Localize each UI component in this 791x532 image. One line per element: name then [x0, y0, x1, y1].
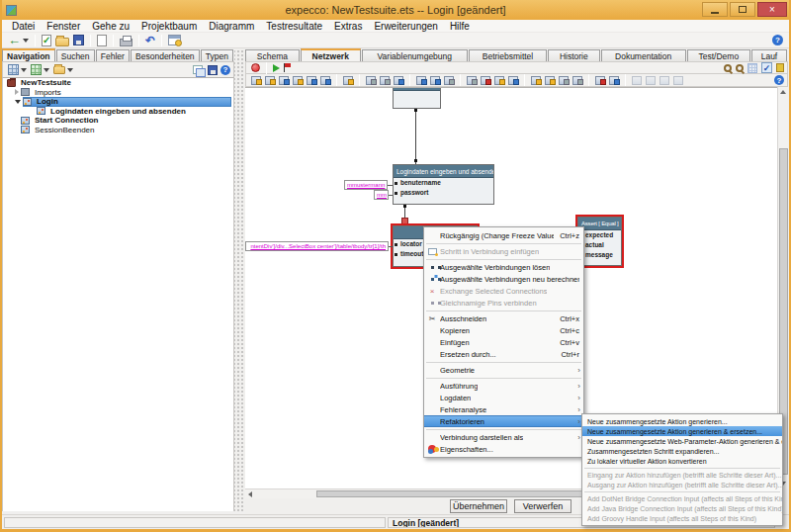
sm-add-groovy-handle[interactable]: Add Groovy Handle Input (affects all Ste… — [582, 513, 782, 523]
selection-checkbox[interactable]: ✓ — [761, 62, 772, 73]
tree-item-login[interactable]: Login — [3, 97, 233, 107]
cm-connect-same-pins[interactable]: Gleichnamige Pins verbinden — [424, 297, 583, 309]
align-top-icon[interactable] — [278, 75, 290, 85]
print-button[interactable] — [120, 34, 132, 47]
rotate-left-icon[interactable] — [530, 75, 542, 85]
tab-dokumentation[interactable]: Dokumentation — [601, 49, 686, 61]
cm-fehleranalyse[interactable]: Fehleranalyse — [424, 403, 583, 415]
cm-cut[interactable]: ✂AusschneidenCtrl+x — [424, 312, 583, 324]
collapsed-step-node[interactable] — [393, 87, 441, 109]
maximize-button[interactable] — [730, 2, 755, 17]
value-benutername[interactable]: mmustermann — [344, 180, 388, 190]
cm-undo[interactable]: Rückgängig (Change Freeze Value to )Ctrl… — [424, 229, 583, 241]
menu-item-gehe-zu[interactable]: Gehe zu — [86, 21, 135, 32]
pin-passwort[interactable]: passwort — [394, 188, 493, 198]
tree-save-icon[interactable] — [208, 65, 218, 75]
tab-historie[interactable]: Historie — [548, 49, 599, 61]
cm-refaktorieren[interactable]: Refaktorieren — [424, 415, 583, 427]
sm-add-output[interactable]: Ausgang zur Aktion hinzufügen (betrifft … — [582, 480, 782, 489]
cm-copy[interactable]: KopierenCtrl+c — [424, 324, 583, 336]
sm-generate-and-replace[interactable]: Neue zusammengesetzte Aktion generieren … — [582, 426, 782, 436]
cm-recalc-connections[interactable]: Ausgewählte Verbindungen neu berechnen — [424, 273, 583, 285]
sm-convert-local-virtual[interactable]: Zu lokaler virtueller Aktion konvertiere… — [582, 456, 782, 466]
pin-expected[interactable]: expected — [578, 230, 621, 240]
snap-grid-icon[interactable] — [342, 75, 354, 85]
tab-fehler[interactable]: Fehler — [96, 49, 130, 61]
mirror-icon[interactable] — [571, 75, 583, 85]
pin-order-3-icon[interactable] — [659, 75, 670, 85]
tree-item-start-connection[interactable]: Start Connection — [3, 116, 233, 126]
pin-shift-up-icon[interactable] — [379, 75, 391, 85]
scroll-up-icon[interactable] — [780, 90, 786, 94]
scroll-left-icon[interactable] — [248, 491, 252, 497]
step-warn-icon[interactable] — [493, 75, 505, 85]
align-right-icon[interactable] — [264, 75, 276, 85]
tab-schema[interactable]: Schema — [245, 49, 300, 61]
step-ok-icon[interactable] — [466, 75, 478, 85]
zoom-out-icon[interactable] — [736, 64, 744, 72]
back-dropdown-icon[interactable] — [23, 39, 29, 43]
open-button[interactable] — [55, 34, 69, 47]
tab-variablenumgebung[interactable]: Variablenumgebung — [362, 49, 468, 61]
apply-button[interactable]: Übernehmen — [450, 499, 507, 513]
connect-new-icon[interactable] — [415, 75, 427, 85]
align-left-icon[interactable] — [250, 75, 262, 85]
pin-shift-left-icon[interactable] — [365, 75, 377, 85]
menu-item-fenster[interactable]: Fenster — [41, 21, 86, 32]
accept-button[interactable] — [42, 34, 51, 47]
sm-generate-web-param[interactable]: Neue zusammengesetzte Web-Parameter-Akti… — [582, 436, 782, 446]
sm-add-input[interactable]: Eingang zur Aktion hinzufügen (betrifft … — [582, 470, 782, 480]
tree-item-sessionbeenden[interactable]: SessionBeenden — [3, 126, 233, 135]
connection-line[interactable] — [415, 109, 416, 164]
login-step-node[interactable]: Logindaten eingeben und absenden benuter… — [393, 164, 494, 205]
sm-add-java-bridge[interactable]: Add Java Bridge Connection Input (affect… — [582, 503, 782, 513]
align-vcenter-icon[interactable] — [319, 75, 331, 85]
tab-betriebsmittel[interactable]: Betriebsmittel — [469, 49, 547, 61]
tab-navigation[interactable]: Navigation — [2, 48, 55, 61]
menu-item-datei[interactable]: Datei — [6, 21, 41, 32]
grid-toggle-icon[interactable] — [747, 63, 757, 73]
pin-order-4-icon[interactable] — [672, 75, 684, 85]
step-info-icon[interactable] — [507, 75, 519, 85]
selected-connection-endpoint[interactable] — [401, 218, 408, 224]
tree-help-icon[interactable]: ? — [220, 65, 230, 75]
close-button[interactable]: × — [757, 2, 787, 17]
pin-order-2-icon[interactable] — [645, 75, 657, 85]
stop-flag-button[interactable] — [284, 61, 291, 75]
discard-button[interactable]: Verwerfen — [514, 499, 571, 513]
cm-replace-with[interactable]: Ersetzen durch...Ctrl+r — [424, 348, 583, 360]
align-bottom-icon[interactable] — [292, 75, 304, 85]
sm-generate-action[interactable]: Neue zusammengesetzte Aktion generieren.… — [582, 416, 782, 426]
tab-besonderheiten[interactable]: Besonderheiten — [131, 49, 200, 61]
tree-item-imports[interactable]: Imports — [3, 88, 233, 98]
cm-insert-step[interactable]: Schritt in Verbindung einfügen — [424, 245, 583, 257]
compress-vertical-icon[interactable] — [558, 75, 570, 85]
new-action-button[interactable] — [8, 63, 27, 77]
relink-connection-icon[interactable] — [608, 75, 620, 85]
cm-eigenschaften[interactable]: Eigenschaften... — [424, 443, 583, 455]
pin-drag-icon[interactable] — [393, 75, 404, 85]
menu-item-diagramm[interactable]: Diagramm — [203, 21, 260, 32]
save-button[interactable] — [73, 34, 84, 47]
unlink-connection-icon[interactable] — [594, 75, 606, 85]
cm-disconnect[interactable]: Ausgewählte Verbindungen lösen — [424, 261, 583, 273]
expander-collapsed-icon[interactable] — [15, 89, 19, 95]
run-button[interactable] — [273, 61, 280, 75]
sm-add-dotnet-bridge[interactable]: Add DotNet Bridge Connection Input (affe… — [582, 493, 782, 503]
tree-item-logindaten[interactable]: Logindaten eingeben und absenden — [3, 107, 233, 117]
tree-item-newtestsuite[interactable]: NewTestsuite — [3, 78, 233, 88]
tab-suchen[interactable]: Suchen — [56, 49, 95, 61]
tab-typen[interactable]: Typen — [201, 49, 233, 61]
connect-frame-icon[interactable] — [429, 75, 441, 85]
cm-logdaten[interactable]: Logdaten — [424, 392, 583, 403]
undo-button[interactable]: ↶ — [145, 34, 155, 47]
menu-item-hilfe[interactable]: Hilfe — [444, 21, 476, 32]
cm-verbindung-darstellen[interactable]: Verbindung darstellen als — [424, 431, 583, 443]
value-locator-xpath[interactable]: ntentDiv']/div...SelectBox center']/tabl… — [245, 241, 389, 251]
align-hcenter-icon[interactable] — [306, 75, 317, 85]
zoom-in-icon[interactable] — [724, 64, 732, 72]
menu-item-projektbaum[interactable]: Projektbaum — [135, 21, 203, 32]
pin-actual[interactable]: actual — [578, 240, 621, 250]
tab-netzwerk[interactable]: Netzwerk — [301, 48, 361, 61]
panel-splitter[interactable] — [234, 48, 245, 511]
